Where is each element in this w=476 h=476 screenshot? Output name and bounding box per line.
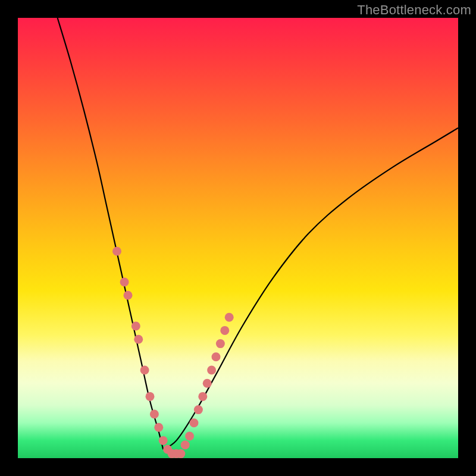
data-marker [134,335,143,344]
data-marker [154,423,163,432]
data-marker [190,418,199,427]
data-marker [207,366,216,375]
data-marker [159,436,168,445]
data-marker [225,313,234,322]
bottleneck-curve-right [163,128,458,449]
data-marker [120,278,129,287]
data-marker [220,326,229,335]
data-marker [194,405,203,414]
data-marker [203,379,212,388]
data-markers [112,247,234,458]
curve-svg [18,18,458,458]
chart-stage: TheBottleneck.com [0,0,476,476]
data-marker [124,291,133,300]
data-marker [216,339,225,348]
bottleneck-curve-left [58,18,164,449]
data-marker [150,410,159,419]
data-marker [176,449,185,458]
data-marker [198,392,207,401]
watermark-text: TheBottleneck.com [357,2,471,18]
data-marker [212,352,221,361]
data-marker [185,432,194,441]
data-marker [140,366,149,375]
plot-area [18,18,458,458]
data-marker [146,392,155,401]
data-marker [112,247,121,256]
data-marker [181,440,190,449]
data-marker [131,322,140,331]
